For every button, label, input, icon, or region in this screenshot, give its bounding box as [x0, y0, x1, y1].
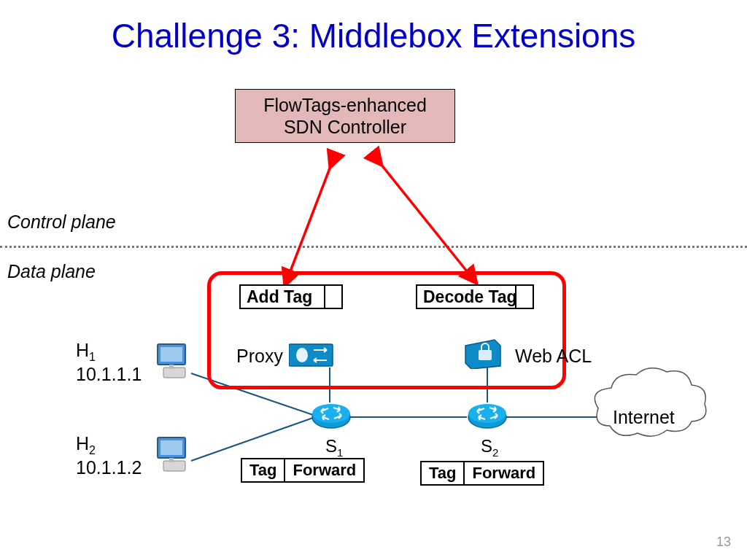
svg-rect-15 — [169, 458, 174, 462]
forward-table-2: Tag Forward — [420, 461, 544, 486]
svg-point-22 — [468, 404, 506, 423]
svg-rect-18 — [479, 350, 492, 360]
svg-rect-9 — [160, 347, 182, 362]
svg-rect-10 — [163, 368, 185, 378]
svg-rect-13 — [160, 440, 182, 455]
forward-table-1: Tag Forward — [241, 458, 365, 483]
svg-rect-11 — [169, 365, 174, 369]
svg-line-0 — [290, 153, 336, 271]
svg-point-17 — [296, 348, 308, 362]
web-acl-label: Web ACL — [515, 346, 592, 367]
decode-tag-box: Decode Tag — [416, 284, 534, 309]
switch-2-label: S2 — [481, 436, 498, 459]
svg-point-20 — [312, 404, 350, 423]
proxy-icon — [289, 340, 334, 369]
switch-icon — [311, 400, 352, 432]
firewall-icon — [462, 337, 503, 369]
proxy-label: Proxy — [236, 346, 283, 367]
svg-rect-14 — [163, 461, 185, 471]
switch-1-label: S1 — [325, 436, 343, 459]
svg-line-3 — [191, 417, 315, 461]
switch-icon — [467, 400, 508, 432]
computer-icon — [153, 435, 194, 475]
svg-rect-16 — [289, 344, 333, 366]
svg-line-1 — [372, 153, 467, 271]
computer-icon — [153, 341, 194, 382]
add-tag-box: Add Tag — [239, 284, 343, 309]
internet-label: Internet — [613, 407, 675, 428]
